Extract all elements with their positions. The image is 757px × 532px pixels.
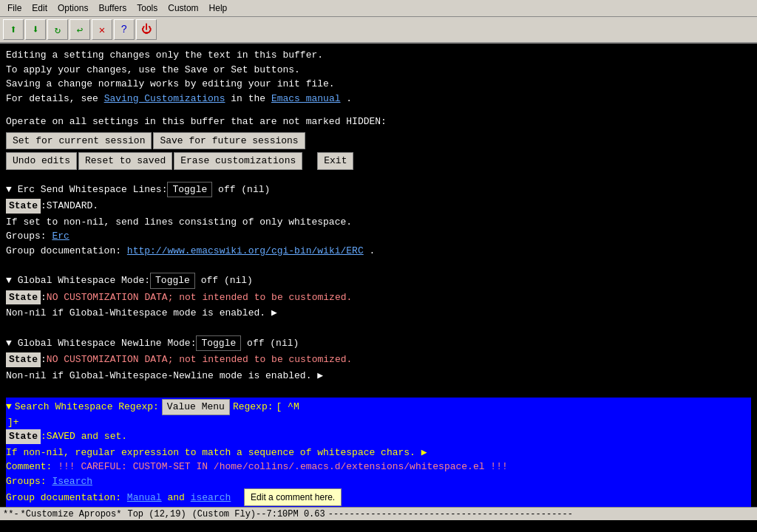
swr-state-line: State: SAVED and set. <box>6 429 751 444</box>
swr-group-doc-line: Group documentation: Manual and isearch … <box>6 488 751 506</box>
exit-button[interactable]: Exit <box>317 152 353 170</box>
erc-triangle-icon[interactable]: ▼ <box>6 184 12 195</box>
power-button[interactable]: ⏻ <box>136 19 157 40</box>
erc-group-doc-line: Group documentation: http://www.emacswik… <box>6 244 751 259</box>
reset-saved-button[interactable]: Reset to saved <box>78 152 172 170</box>
statusbar: **- *Customize Apropos* Top (12,19) (Cus… <box>0 507 757 520</box>
setting-erc-header: ▼ Erc Send Whitespace Lines:Toggle off (… <box>6 182 751 198</box>
swr-expand-arrow[interactable]: ▶ <box>421 447 427 458</box>
gwm-state-label: State <box>6 290 41 305</box>
info-line-2: To apply your changes, use the Save or S… <box>6 63 751 78</box>
swr-triangle-icon[interactable]: ▼ <box>6 400 12 415</box>
gwm-doc: Non-nil if Global-Whitespace mode is ena… <box>6 306 751 321</box>
refresh-icon: ↻ <box>55 24 61 36</box>
save-future-button[interactable]: Save for future sessions <box>153 132 305 150</box>
button-group-1: Set for current session Save for future … <box>6 132 751 150</box>
undo-button[interactable]: ↩ <box>69 19 90 40</box>
set-session-button[interactable]: Set for current session <box>6 132 152 150</box>
help-icon: ? <box>121 24 127 35</box>
menu-help[interactable]: Help <box>205 1 232 15</box>
swr-regexp-value: [ ^M <box>276 400 299 415</box>
menu-edit[interactable]: Edit <box>27 1 52 15</box>
swr-state-value: SAVED and set. <box>47 429 127 444</box>
undo-icon: ↩ <box>77 24 83 36</box>
emacs-manual-link[interactable]: Emacs manual <box>271 93 341 104</box>
menu-options[interactable]: Options <box>53 1 92 15</box>
erc-groups-link[interactable]: Erc <box>52 231 69 242</box>
erc-state-line: State: STANDARD. <box>6 199 751 214</box>
saving-customizations-link[interactable]: Saving Customizations <box>104 93 225 104</box>
gwm-state-line: State: NO CUSTOMIZATION DATA; not intend… <box>6 290 751 305</box>
statusbar-buffer: *Customize Apropos* <box>21 509 122 519</box>
toolbar: ⬆ ⬇ ↻ ↩ ✕ ? ⏻ <box>0 17 757 44</box>
swr-input-line: ]+ <box>6 415 751 430</box>
gwnm-triangle-icon[interactable]: ▼ <box>6 338 12 349</box>
gwnm-state-label: State <box>6 352 41 367</box>
swr-group-doc-link1[interactable]: Manual <box>127 492 162 503</box>
gwm-expand-arrow[interactable]: ▶ <box>271 307 277 318</box>
setting-gwm-header: ▼ Global Whitespace Mode:Toggle off (nil… <box>6 273 751 289</box>
power-icon: ⏻ <box>141 24 152 35</box>
gwm-triangle-icon[interactable]: ▼ <box>6 275 12 286</box>
swr-groups-line: Groups: Isearch <box>6 474 751 489</box>
swr-state-label: State <box>6 429 41 444</box>
erc-doc: If set to non-nil, send lines consisting… <box>6 215 751 230</box>
setting-search-whitespace-regexp: ▼ Search Whitespace Regexp:Value Menu Re… <box>6 398 751 507</box>
setting-global-whitespace-newline-mode: ▼ Global Whitespace Newline Mode:Toggle … <box>6 335 751 383</box>
gwnm-state-line: State: NO CUSTOMIZATION DATA; not intend… <box>6 352 751 367</box>
swr-value-menu-button[interactable]: Value Menu <box>162 399 230 415</box>
gwnm-header-value: off (nil) <box>247 338 299 349</box>
erase-custom-button[interactable]: Erase customizations <box>174 152 302 170</box>
swr-group-doc-link2[interactable]: isearch <box>191 492 231 503</box>
erc-state-value: STANDARD. <box>47 199 98 214</box>
menubar: File Edit Options Buffers Tools Custom H… <box>0 0 757 17</box>
menu-buffers[interactable]: Buffers <box>94 1 131 15</box>
erc-group-doc-link[interactable]: http://www.emacswiki.org/cgi-bin/wiki/ER… <box>127 245 364 256</box>
info-line-1: Editing a setting changes only the text … <box>6 48 751 63</box>
info-line-3: Saving a change normally works by editin… <box>6 77 751 92</box>
swr-comment-line: Comment: !!! CAREFUL: CUSTOM-SET IN /hom… <box>6 460 751 474</box>
menu-tools[interactable]: Tools <box>132 1 162 15</box>
swr-doc: If non-nil, regular expression to match … <box>6 446 751 460</box>
undo-edits-button[interactable]: Undo edits <box>6 152 77 170</box>
operate-line: Operate on all settings in this buffer t… <box>6 115 751 129</box>
info-line-4: For details, see Saving Customizations i… <box>6 92 751 106</box>
new-file-button[interactable]: ⬆ <box>3 19 24 40</box>
statusbar-dashes: ----------------------------------------… <box>328 509 573 519</box>
gwm-header-value: off (nil) <box>201 275 253 286</box>
gwm-state-value: NO CUSTOMIZATION DATA; not intended to b… <box>47 290 352 305</box>
gwm-colon: : <box>41 290 47 305</box>
erc-header-value: off (nil) <box>218 184 270 195</box>
setting-gwnm-header: ▼ Global Whitespace Newline Mode:Toggle … <box>6 335 751 352</box>
swr-comment-value: !!! CAREFUL: CUSTOM-SET IN /home/collins… <box>58 461 508 472</box>
swr-groups-link[interactable]: Isearch <box>52 476 92 487</box>
erc-state-label: State <box>6 199 41 214</box>
gwnm-toggle-button[interactable]: Toggle <box>196 335 241 352</box>
refresh-button[interactable]: ↻ <box>47 19 68 40</box>
erc-groups-line: Groups: Erc <box>6 229 751 244</box>
button-group-2: Undo edits Reset to saved Erase customiz… <box>6 152 751 170</box>
new-file-icon: ⬆ <box>10 22 17 37</box>
help-button[interactable]: ? <box>114 19 135 40</box>
swr-regexp-label: Regexp: <box>233 400 274 415</box>
stop-button[interactable]: ✕ <box>92 19 112 40</box>
gwnm-doc: Non-nil if Global-Whitespace-Newline mod… <box>6 369 751 383</box>
gwnm-expand-arrow[interactable]: ▶ <box>317 370 323 381</box>
erc-toggle-button[interactable]: Toggle <box>167 182 212 198</box>
statusbar-bottom <box>0 520 757 532</box>
swr-header: ▼ Search Whitespace Regexp:Value Menu Re… <box>6 399 751 415</box>
gwnm-colon: : <box>41 352 47 367</box>
swr-input-value[interactable]: ]+ <box>7 417 19 428</box>
setting-erc-send-whitespace: ▼ Erc Send Whitespace Lines:Toggle off (… <box>6 182 751 259</box>
open-file-button[interactable]: ⬇ <box>25 19 46 40</box>
erc-colon: : <box>41 199 47 214</box>
setting-global-whitespace-mode: ▼ Global Whitespace Mode:Toggle off (nil… <box>6 273 751 321</box>
gwm-toggle-button[interactable]: Toggle <box>150 273 195 289</box>
menu-custom[interactable]: Custom <box>163 1 203 15</box>
open-file-icon: ⬇ <box>32 22 39 37</box>
stop-icon: ✕ <box>99 24 105 36</box>
statusbar-left: **- <box>3 509 19 519</box>
main-content: Editing a setting changes only the text … <box>0 44 757 507</box>
edit-comment-tooltip: Edit a comment here. <box>244 488 342 506</box>
menu-file[interactable]: File <box>3 1 26 15</box>
